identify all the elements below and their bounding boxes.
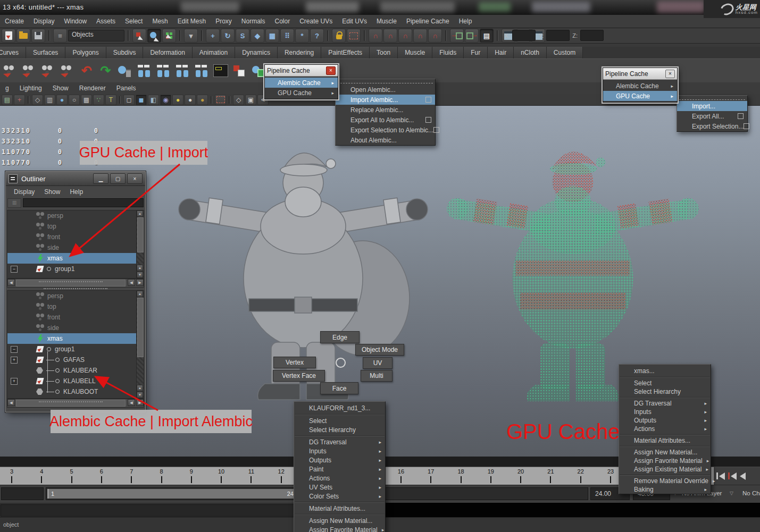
- previous-key-button[interactable]: [728, 471, 737, 482]
- menu-item-actions[interactable]: Actions▸: [294, 474, 385, 483]
- menu-item-color-sets[interactable]: Color Sets▸: [294, 492, 385, 501]
- wire-cube-icon[interactable]: ◻: [123, 95, 135, 105]
- outliner-item-persp[interactable]: persp: [7, 291, 144, 301]
- pipeline-window-titlebar[interactable]: Pipeline Cache ×: [265, 65, 338, 77]
- menu-item-select-hierarchy[interactable]: Select Hierarchy: [619, 387, 711, 396]
- menu-item-alembic-cache[interactable]: Alembic Cache▸: [265, 78, 338, 88]
- lock-selection-icon[interactable]: [332, 29, 346, 43]
- option-box-icon[interactable]: [744, 123, 749, 129]
- expander-plus-icon[interactable]: +: [11, 357, 18, 364]
- track-camera-icon[interactable]: [20, 62, 38, 80]
- outliner-item-xmas[interactable]: xmas: [7, 253, 144, 264]
- light-yellow-icon[interactable]: ●: [172, 95, 183, 105]
- menu-pipeline-cache[interactable]: Pipeline Cache: [402, 15, 454, 28]
- menu-item-select[interactable]: Select: [294, 416, 385, 425]
- expander-minus-icon[interactable]: −: [11, 266, 18, 273]
- outliner-item-klaubell[interactable]: +KLAUBELL: [7, 376, 144, 386]
- scroll-up-icon[interactable]: ▲: [137, 291, 143, 297]
- smooth-cube-icon[interactable]: ◼: [136, 95, 147, 105]
- tearoff-handle[interactable]: [338, 80, 433, 83]
- option-box-icon[interactable]: [738, 113, 744, 119]
- paste-nodes-icon[interactable]: [231, 62, 248, 80]
- outliner-item-top[interactable]: top: [7, 301, 144, 312]
- outliner-item-front[interactable]: front: [7, 232, 144, 242]
- menu-assets[interactable]: Assets: [91, 15, 120, 28]
- hud-text-icon[interactable]: T: [105, 95, 116, 105]
- scroll-left-icon[interactable]: ◀: [128, 279, 135, 286]
- menu-item-open-alembic[interactable]: Open Alembic...: [336, 85, 435, 95]
- outliner-item-front[interactable]: front: [7, 312, 144, 323]
- menu-edit-mesh[interactable]: Edit Mesh: [173, 15, 211, 28]
- shelf-tab-rendering[interactable]: Rendering: [278, 47, 321, 58]
- scroll-down-icon[interactable]: ▼: [137, 392, 143, 398]
- tearoff-handle[interactable]: [679, 96, 745, 100]
- smooth-all-icon[interactable]: ◉: [160, 95, 171, 105]
- outliner-menu-show[interactable]: Show: [39, 188, 65, 196]
- menu-item-uv-sets[interactable]: UV Sets▸: [294, 483, 385, 492]
- particle-tool-icon[interactable]: ⠿: [280, 29, 294, 43]
- snap-point-icon[interactable]: ∩: [398, 29, 412, 43]
- marking-menu-object-mode[interactable]: Object Mode: [355, 344, 404, 356]
- outliner-item-klauboot[interactable]: KLAUBOOT: [7, 386, 144, 397]
- vertical-scrollbar[interactable]: ▲▲▼: [136, 291, 144, 398]
- surface-tool-icon[interactable]: ◆: [250, 29, 264, 43]
- marquee-icon[interactable]: [215, 95, 226, 105]
- menu-item-about-alembic[interactable]: About Alembic...: [336, 135, 435, 145]
- menu-edit-uvs[interactable]: Edit UVs: [337, 15, 372, 28]
- pane-divider[interactable]: [7, 287, 144, 290]
- file-save-icon[interactable]: [31, 29, 45, 43]
- menu-item-material-attributes[interactable]: Material Attributes...: [294, 504, 385, 513]
- panel-menu-lighting[interactable]: Lighting: [14, 82, 47, 92]
- menu-window[interactable]: Window: [59, 15, 91, 28]
- go-to-start-button[interactable]: [716, 471, 725, 482]
- menu-item-baking[interactable]: Baking▸: [619, 485, 711, 494]
- shelf-tab-subdivs[interactable]: Subdivs: [106, 47, 144, 58]
- close-icon[interactable]: ×: [326, 66, 336, 75]
- menu-item-material-attributes[interactable]: Material Attributes...: [619, 436, 711, 445]
- minimize-button[interactable]: ▁: [93, 173, 108, 184]
- select-by-component-icon[interactable]: [162, 29, 176, 43]
- redo-view-icon[interactable]: ↷: [97, 62, 114, 80]
- snap-plane-icon[interactable]: ∩: [413, 29, 427, 43]
- menu-item-gpu-cache[interactable]: GPU Cache▸: [603, 91, 677, 101]
- outliner-item-persp[interactable]: persp: [7, 210, 144, 221]
- scroll-left-icon[interactable]: ◀: [7, 399, 15, 406]
- file-open-icon[interactable]: [16, 29, 30, 43]
- step-back-button[interactable]: [740, 471, 746, 482]
- scroll-right-icon[interactable]: ▶: [136, 399, 144, 406]
- curve-tool-icon[interactable]: S: [236, 29, 249, 43]
- dots-icon[interactable]: ∵: [93, 95, 104, 105]
- scroll-right-icon[interactable]: ▶: [136, 279, 144, 286]
- menu-item-export-selection[interactable]: Export Selection...: [677, 121, 747, 131]
- outliner-item-group1[interactable]: −group1: [7, 344, 144, 354]
- construction-history-icon[interactable]: ▤: [480, 29, 494, 43]
- horizontal-scrollbar[interactable]: ◀ ◀ ▶: [7, 399, 144, 408]
- snap-mode-icon[interactable]: ≡: [53, 29, 67, 43]
- outliner-titlebar[interactable]: Outliner ▁ ▢ ×: [6, 172, 145, 186]
- scroll-down-icon[interactable]: ▼: [137, 272, 143, 278]
- menu-item-actions[interactable]: Actions▸: [619, 425, 711, 433]
- menu-item-paint[interactable]: Paint▸: [294, 465, 385, 474]
- menu-item-export-all-to-alembic[interactable]: Export All to Alembic...: [336, 115, 435, 125]
- marking-menu-vertex[interactable]: Vertex: [273, 357, 316, 368]
- input-connections-icon[interactable]: [450, 29, 464, 43]
- hypergraph-input-icon[interactable]: [135, 62, 153, 80]
- character-set-selector[interactable]: No Cha: [742, 490, 760, 496]
- x-input[interactable]: [512, 30, 536, 41]
- outliner-item-group1[interactable]: −group1: [7, 264, 144, 274]
- selection-mask-combo[interactable]: Objects: [68, 30, 124, 41]
- close-icon[interactable]: ×: [665, 70, 675, 78]
- shelf-tab-fur[interactable]: Fur: [464, 47, 488, 58]
- light-default-icon[interactable]: ●: [185, 95, 196, 105]
- menu-item-import[interactable]: Import...: [677, 101, 747, 111]
- hypergraph-output-icon[interactable]: [154, 62, 172, 80]
- shelf-tab-ncloth[interactable]: nCloth: [514, 47, 547, 58]
- menu-item-replace-alembic[interactable]: Replace Alembic...: [336, 105, 435, 115]
- marking-menu-face[interactable]: Face: [320, 382, 358, 394]
- shelf-tab-surfaces[interactable]: Surfaces: [26, 47, 65, 58]
- chevron-down-icon[interactable]: ▽: [730, 491, 733, 496]
- marking-menu-uv[interactable]: UV: [363, 357, 392, 369]
- menu-item-inputs[interactable]: Inputs▸: [294, 446, 385, 455]
- shelf-tab-polygons[interactable]: Polygons: [65, 47, 106, 58]
- menu-item-dg-traversal[interactable]: DG Traversal▸: [619, 399, 711, 408]
